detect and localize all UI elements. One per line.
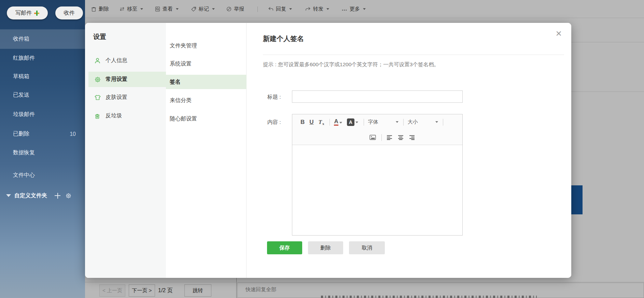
sidebar: 写邮件 收件 收件箱 红旗邮件 草稿箱 已发送 垃圾邮件 已删除 10 数据恢复… [0, 0, 85, 298]
align-right-button[interactable] [409, 135, 415, 140]
sidebar-item-data-recovery[interactable]: 数据恢复 [0, 143, 85, 162]
collapse-triangle-icon [6, 194, 11, 197]
chevron-down-icon [396, 121, 398, 123]
sidebar-item-file-center[interactable]: 文件中心 [0, 166, 85, 185]
bold-button[interactable]: B [300, 119, 305, 126]
settings-subnav-column: 文件夹管理 系统设置 签名 来信分类 随心邮设置 [166, 23, 247, 278]
folder-label: 已删除 [13, 130, 29, 138]
editor-toolbar: B U Tx A A 字体 大小 [292, 114, 462, 145]
receive-mail-button[interactable]: 收件 [55, 6, 83, 19]
editor-separator [364, 119, 364, 126]
align-left-icon [387, 135, 392, 140]
chevron-down-icon [355, 122, 358, 123]
folder-label: 收件箱 [13, 36, 29, 43]
sidebar-item-inbox[interactable]: 收件箱 [0, 29, 85, 49]
custom-folders-label: 自定义文件夹 [14, 192, 47, 199]
subnav-label: 系统设置 [170, 60, 192, 68]
settings-nav-column: 设置 个人信息 常用设置 皮肤设置 [85, 23, 166, 278]
editor-separator [443, 119, 443, 126]
folder-settings-button[interactable] [65, 193, 72, 199]
font-color-button[interactable]: A [334, 118, 342, 126]
highlight-letter-box: A [347, 118, 354, 126]
delete-signature-button[interactable]: 删除 [308, 241, 343, 254]
deleted-count-badge: 10 [70, 131, 76, 137]
settings-nav-label: 常用设置 [106, 76, 127, 83]
person-icon [94, 57, 101, 64]
gear-icon [65, 193, 72, 199]
font-color-letter: A [334, 118, 338, 126]
settings-nav-personal-info[interactable]: 个人信息 [85, 53, 166, 68]
editor-separator [381, 134, 382, 141]
settings-nav-label: 皮肤设置 [106, 94, 127, 101]
receive-label: 收件 [64, 10, 75, 17]
settings-nav-common-settings[interactable]: 常用设置 [88, 72, 166, 87]
gear-icon [94, 76, 101, 83]
subnav-signature[interactable]: 签名 [166, 75, 247, 89]
signature-tip: 提示 : 您可设置最多600个汉字或1200个英文字符；一共可设置3个签名档。 [263, 61, 439, 68]
compose-plus-icon [34, 11, 39, 16]
folder-label: 数据恢复 [13, 149, 35, 156]
subnav-folder-management[interactable]: 文件夹管理 [166, 39, 247, 53]
panel-title: 新建个人签名 [263, 34, 304, 43]
subnav-incoming-classification[interactable]: 来信分类 [166, 93, 247, 108]
tshirt-icon [94, 94, 101, 101]
insert-image-button[interactable] [369, 134, 376, 140]
sidebar-item-deleted[interactable]: 已删除 10 [0, 124, 85, 144]
rich-text-editor: B U Tx A A 字体 大小 [292, 114, 463, 236]
settings-title: 设置 [93, 32, 106, 41]
folder-label: 草稿箱 [13, 73, 29, 80]
sidebar-item-sent[interactable]: 已发送 [0, 85, 85, 105]
mail-app-window: 删除 移至 查看 标记 举报 [0, 0, 644, 298]
folder-label: 文件中心 [13, 172, 35, 179]
clear-format-sub: x [322, 122, 324, 126]
compose-button[interactable]: 写邮件 [7, 6, 48, 19]
highlight-color-button[interactable]: A [347, 118, 358, 126]
signature-title-input[interactable] [292, 90, 463, 103]
editor-separator [403, 119, 404, 126]
font-size-dropdown[interactable]: 大小 [408, 119, 438, 125]
font-family-dropdown[interactable]: 字体 [368, 119, 398, 125]
settings-nav-antispam[interactable]: 反垃圾 [85, 108, 166, 124]
clear-format-button[interactable]: Tx [319, 119, 324, 126]
content-field-label: 内容 : [267, 119, 281, 126]
compose-label: 写邮件 [15, 10, 32, 17]
subnav-label: 来信分类 [170, 97, 192, 104]
underline-button[interactable]: U [309, 119, 313, 126]
sidebar-item-flagged[interactable]: 红旗邮件 [0, 48, 85, 68]
settings-nav-label: 反垃圾 [106, 112, 122, 119]
add-folder-button[interactable] [55, 193, 60, 199]
folder-label: 红旗邮件 [13, 55, 35, 62]
sidebar-item-drafts[interactable]: 草稿箱 [0, 67, 85, 86]
font-size-value: 大小 [408, 119, 434, 125]
chevron-down-icon [435, 121, 438, 123]
align-center-button[interactable] [398, 135, 404, 140]
editor-separator [330, 119, 330, 126]
subnav-label: 文件夹管理 [170, 42, 197, 49]
settings-nav-skin[interactable]: 皮肤设置 [85, 90, 166, 105]
signature-content-area[interactable] [292, 145, 462, 235]
subnav-label: 随心邮设置 [170, 115, 197, 123]
close-icon[interactable]: × [556, 28, 562, 39]
folder-label: 已发送 [13, 91, 29, 99]
title-field-label: 标题 : [267, 94, 281, 101]
custom-folders-row[interactable]: 自定义文件夹 [0, 189, 85, 202]
subnav-system-settings[interactable]: 系统设置 [166, 57, 247, 71]
settings-nav-label: 个人信息 [106, 57, 127, 64]
signature-panel: 新建个人签名 × 提示 : 您可设置最多600个汉字或1200个英文字符；一共可… [247, 23, 571, 278]
cancel-button[interactable]: 取消 [349, 241, 385, 254]
header-divider [263, 55, 564, 55]
trash-icon [94, 113, 100, 119]
font-family-value: 字体 [368, 119, 395, 125]
subnav-suixin-mail[interactable]: 随心邮设置 [166, 112, 247, 126]
sidebar-item-spam[interactable]: 垃圾邮件 [0, 105, 85, 124]
align-left-button[interactable] [387, 135, 392, 140]
image-icon [369, 134, 376, 140]
subnav-label: 签名 [170, 79, 181, 86]
settings-modal: 设置 个人信息 常用设置 皮肤设置 [85, 23, 571, 278]
align-center-icon [398, 135, 404, 140]
chevron-down-icon [339, 122, 342, 124]
align-right-icon [409, 135, 415, 140]
save-button[interactable]: 保存 [267, 241, 302, 254]
clear-format-letter: T [319, 119, 322, 126]
plus-icon [55, 193, 60, 199]
